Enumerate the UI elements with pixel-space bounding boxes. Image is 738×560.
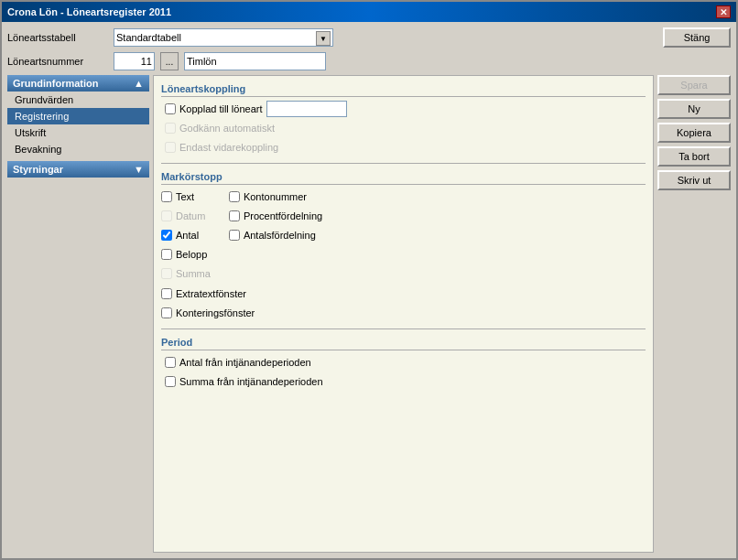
antal-checkbox[interactable] <box>161 230 172 241</box>
procentfordelning-label: Procentfördelning <box>244 210 322 221</box>
sidebar-styrningar-header[interactable]: Styrningar ▼ <box>7 161 149 178</box>
markorstopp-col2: Kontonummer Procentfördelning Antalsförd… <box>229 188 322 282</box>
timlön-input[interactable] <box>184 52 326 70</box>
main-area: Grundinformation ▲ Grundvärden Registrer… <box>7 75 731 553</box>
content-area: Löneartsstabell Standardtabell ▼ Stäng L… <box>2 22 736 558</box>
summa-fran-label: Summa från intjänandeperioden <box>179 376 323 387</box>
ta-bort-button[interactable]: Ta bort <box>657 146 731 167</box>
sidebar-collapse-icon: ▲ <box>134 78 144 89</box>
main-window: Crona Lön - Löneartsregister 2011 ✕ Löne… <box>0 0 738 560</box>
browse-button[interactable]: ... <box>160 52 179 70</box>
antal-label: Antal <box>176 230 199 241</box>
kontonummer-row: Kontonummer <box>229 188 322 205</box>
extratextfonster-checkbox[interactable] <box>161 288 172 299</box>
ny-button[interactable]: Ny <box>657 99 731 119</box>
antalsfordelning-row: Antalsfördelning <box>229 227 322 243</box>
datum-row: Datum <box>161 208 211 224</box>
loneartskoppling-title: Löneartskoppling <box>161 83 646 97</box>
markorstopp-section: Markörstopp Text Datum <box>161 171 646 321</box>
konteringsfonster-row: Konteringsfönster <box>161 305 646 321</box>
kontonummer-label: Kontonummer <box>244 191 307 202</box>
endast-label: Endast vidarekoppling <box>179 142 278 153</box>
procentfordelning-row: Procentfördelning <box>229 208 322 224</box>
spara-button[interactable]: Spara <box>657 75 731 95</box>
loneartsnummer-label: Löneartsnummer <box>7 56 108 67</box>
close-button[interactable]: ✕ <box>716 5 731 18</box>
form-spacer <box>161 395 646 544</box>
antalsfordelning-checkbox[interactable] <box>229 230 240 241</box>
summa-fran-checkbox[interactable] <box>165 376 176 387</box>
summa-row: Summa <box>161 265 211 282</box>
window-title: Crona Lön - Löneartsregister 2011 <box>7 6 171 17</box>
kopplad-text-field[interactable] <box>266 101 347 117</box>
loneartskoppling-section: Löneartskoppling Kopplad till löneart Go… <box>161 83 646 156</box>
belopp-checkbox[interactable] <box>161 249 172 260</box>
procentfordelning-checkbox[interactable] <box>229 210 240 221</box>
loneartstabell-combo[interactable]: Standardtabell ▼ <box>114 28 333 47</box>
text-label: Text <box>176 191 194 202</box>
text-checkbox[interactable] <box>161 191 172 202</box>
period-title: Period <box>161 337 646 350</box>
kopiera-button[interactable]: Kopiera <box>657 123 731 143</box>
belopp-row: Belopp <box>161 246 211 263</box>
title-bar: Crona Lön - Löneartsregister 2011 ✕ <box>2 2 736 22</box>
antal-fran-checkbox[interactable] <box>165 357 176 368</box>
extratextfonster-row: Extratextfönster <box>161 285 646 302</box>
sidebar-item-bevakning[interactable]: Bevakning <box>7 141 149 157</box>
datum-checkbox[interactable] <box>161 210 172 221</box>
antal-fran-label: Antal från intjänandeperioden <box>179 357 311 368</box>
extratextfonster-label: Extratextfönster <box>176 288 246 299</box>
markorstopp-cols: Text Datum Antal <box>161 188 646 282</box>
text-row: Text <box>161 188 211 205</box>
stang-button[interactable]: Stäng <box>663 27 731 48</box>
kopplad-row: Kopplad till löneart <box>165 101 646 117</box>
markorstopp-title: Markörstopp <box>161 171 646 185</box>
summa-label: Summa <box>176 268 211 279</box>
period-section: Period Antal från intjänandeperioden Sum… <box>161 337 646 390</box>
endast-row: Endast vidarekoppling <box>165 139 646 156</box>
konteringsfonster-label: Konteringsfönster <box>176 307 255 318</box>
kopplad-label: Kopplad till löneart <box>179 103 263 114</box>
summa-checkbox[interactable] <box>161 268 172 279</box>
antal-fran-row: Antal från intjänandeperioden <box>165 354 646 371</box>
loneartstabell-label: Löneartsstabell <box>7 32 108 43</box>
sidebar-item-grundvarden[interactable]: Grundvärden <box>7 92 149 108</box>
kopplad-checkbox[interactable] <box>165 103 176 114</box>
buttons-panel: Spara Ny Kopiera Ta bort Skriv ut <box>657 75 731 553</box>
belopp-label: Belopp <box>176 249 207 260</box>
datum-label: Datum <box>176 210 205 221</box>
godkann-checkbox[interactable] <box>165 123 176 134</box>
divider2 <box>161 328 646 329</box>
sidebar-item-registrering[interactable]: Registrering <box>7 108 149 124</box>
kontonummer-checkbox[interactable] <box>229 191 240 202</box>
antalsfordelning-label: Antalsfördelning <box>244 230 316 241</box>
summa-fran-row: Summa från intjänandeperioden <box>165 373 646 390</box>
divider1 <box>161 163 646 164</box>
sidebar: Grundinformation ▲ Grundvärden Registrer… <box>7 75 149 553</box>
sidebar-grundinformation-header[interactable]: Grundinformation ▲ <box>7 75 149 92</box>
form-panel: Löneartskoppling Kopplad till löneart Go… <box>153 75 654 553</box>
sidebar-expand-icon: ▼ <box>134 164 144 175</box>
antal-row: Antal <box>161 227 211 243</box>
markorstopp-extra: Extratextfönster Konteringsfönster <box>161 285 646 321</box>
period-group: Antal från intjänandeperioden Summa från… <box>161 354 646 390</box>
godkann-row: Godkänn automatiskt <box>165 120 646 136</box>
sidebar-item-utskrift[interactable]: Utskrift <box>7 124 149 141</box>
godkann-label: Godkänn automatiskt <box>179 123 275 134</box>
skriv-ut-button[interactable]: Skriv ut <box>657 170 731 190</box>
endast-checkbox[interactable] <box>165 142 176 153</box>
loneartstabell-select[interactable]: Standardtabell <box>116 32 331 43</box>
loneartskoppling-group: Kopplad till löneart Godkänn automatiskt… <box>161 101 646 156</box>
loneartsnummer-input[interactable] <box>114 52 155 70</box>
sidebar-grundinformation-label: Grundinformation <box>13 78 99 89</box>
sidebar-styrningar-label: Styrningar <box>13 164 63 175</box>
markorstopp-col1: Text Datum Antal <box>161 188 211 282</box>
konteringsfonster-checkbox[interactable] <box>161 307 172 318</box>
